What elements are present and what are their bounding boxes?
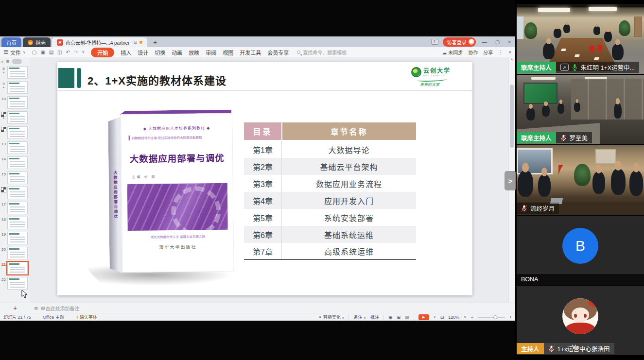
toolbar-caret-icon[interactable]: ∨ [82, 50, 85, 55]
slide-thumbnail-17[interactable]: 17 [0, 202, 30, 214]
notes-placeholder[interactable]: 单击此处添加备注 [40, 305, 79, 312]
thumbnail-preview[interactable] [7, 171, 28, 184]
fit-window-icon[interactable]: ⊡ [440, 315, 444, 320]
normal-view-icon[interactable]: ▣ [388, 315, 393, 320]
close-button[interactable]: × [506, 39, 513, 45]
save-icon[interactable]: ▣ [40, 50, 45, 55]
thumbnail-preview[interactable] [7, 96, 28, 109]
slide-thumbnail-22[interactable]: 22 [0, 277, 30, 290]
ribbon-tab-9[interactable]: 开发工具 [240, 49, 261, 56]
ribbon-tab-7[interactable]: 审阅 [206, 49, 216, 56]
ribbon-tab-1[interactable]: 开始 [91, 48, 114, 57]
collaborate-button[interactable]: 协作 [468, 49, 478, 56]
thumbnail-preview[interactable] [7, 277, 28, 290]
slide-thumbnail-13[interactable]: 13 [0, 141, 30, 154]
thumbnail-preview[interactable] [7, 247, 28, 259]
zoom-slider-knob[interactable] [493, 315, 497, 319]
print-icon[interactable]: ▤ [49, 50, 53, 55]
guest-login-button[interactable]: 访客登录 [443, 37, 476, 47]
book-publisher: 清华大学出版社 [122, 243, 234, 251]
command-search-input[interactable]: 查找命令、搜索模板 [297, 49, 347, 56]
thumbnail-preview[interactable] [7, 126, 28, 139]
panel-chevrons-icon[interactable]: » [1, 59, 3, 64]
comments-button[interactable]: 批注 [370, 314, 379, 320]
ribbon-tab-6[interactable]: 放映 [189, 49, 199, 56]
slide-sorter-icon[interactable]: ⊞ [397, 315, 401, 320]
ribbon-tab-10[interactable]: 会员专享 [267, 49, 289, 56]
thumbnail-preview[interactable] [7, 156, 28, 169]
zoom-in-button[interactable]: + [509, 315, 512, 320]
cloud-icon: ☁ [442, 50, 447, 55]
video-tile-5[interactable]: 主持人 1+x运营中心张浩田 ∨ [517, 286, 644, 355]
slide-thumbnail-21[interactable]: 21 [0, 262, 30, 274]
minimize-button[interactable]: — [480, 39, 489, 45]
redo-icon[interactable]: ↷ [74, 50, 78, 55]
thumbnail-preview[interactable] [7, 202, 28, 214]
ribbon-tab-2[interactable]: 插入 [121, 49, 131, 56]
slide-thumbnail-12[interactable] [0, 126, 30, 139]
slideshow-play-button[interactable]: ▶ [418, 314, 429, 320]
video-tile-1[interactable]: 联席主持人 ↗ 朱红明 1+X运营中... [517, 4, 644, 74]
cohost-badge: 联席主持人 [517, 132, 556, 143]
slide-thumbnail-19[interactable]: 19 [0, 232, 30, 244]
slide-thumbnail-16[interactable] [0, 187, 30, 199]
thumbnail-preview[interactable] [7, 66, 28, 79]
play-caret-icon[interactable]: ∨ [434, 315, 436, 319]
restore-button[interactable]: ▢ [493, 39, 502, 45]
slide-thumbnail-8[interactable]: 8✶ [0, 66, 30, 79]
file-menu[interactable]: ☰ 文件 ∨ [3, 49, 26, 56]
thumbnail-preview[interactable] [7, 217, 28, 229]
video-panel-collapse-handle[interactable]: > [505, 171, 516, 190]
video-tile-3[interactable]: 流经岁月 [517, 145, 644, 215]
video-tile-2[interactable]: 联席主持人 罗圣美 [517, 75, 644, 144]
missing-fonts-warning[interactable]: Ŧ 缺失字体 [76, 314, 97, 320]
zoom-out-button[interactable]: − [470, 315, 473, 320]
wps-docer-tab[interactable]: 稻壳 [23, 37, 51, 47]
participant-name: 朱红明 1+X运营中... [581, 63, 635, 72]
video-tile-4[interactable]: B BONA [517, 216, 644, 285]
slide-thumbnail-9[interactable]: 9✶ [0, 81, 30, 94]
sync-status[interactable]: ☁ 未同步 [442, 49, 463, 56]
new-file-icon[interactable]: ▢ [32, 50, 36, 55]
slide-canvas[interactable]: 2、1+X实施的教材体系建设 云创大学 edu.cstor.cn [57, 62, 472, 295]
slide-thumbnail-14[interactable]: 14 [0, 156, 30, 169]
ribbon-tab-8[interactable]: 视图 [223, 49, 233, 56]
undo-icon[interactable]: ↶ [66, 50, 70, 55]
smart-beautify-button[interactable]: ✦ 智能美化 ∨ [318, 314, 345, 320]
scroll-up-icon[interactable]: ▲ [510, 57, 514, 61]
ribbon-tab-4[interactable]: 切换 [155, 49, 165, 56]
slide-thumbnail-15[interactable]: 15 [0, 171, 30, 184]
ribbon-tab-5[interactable]: 动画 [172, 49, 182, 56]
zoom-caret-icon[interactable]: ∨ [464, 315, 466, 319]
wps-home-tab[interactable]: 首页 [1, 37, 21, 47]
slides-view-toggle[interactable] [12, 59, 22, 64]
search-placeholder: 查找命令、搜索模板 [303, 49, 347, 56]
slide-thumbnail-18[interactable]: 18 [0, 217, 30, 229]
slide-thumbnail-10[interactable]: 10 [0, 96, 30, 109]
print-preview-icon[interactable]: ◫ [57, 50, 62, 55]
slide-thumbnail-20[interactable]: 20 [0, 247, 30, 259]
zoom-level[interactable]: 120% [448, 315, 459, 320]
thumbnail-preview[interactable] [7, 81, 28, 94]
new-slide-button[interactable]: + [13, 304, 17, 312]
window-count-badge[interactable]: 1 [431, 39, 438, 45]
thumbnail-preview[interactable] [7, 111, 28, 124]
thumbnail-preview[interactable] [7, 141, 28, 154]
new-tab-button[interactable]: + [149, 38, 161, 47]
thumbnail-preview[interactable] [7, 262, 28, 274]
share-button[interactable]: 分享 [483, 49, 493, 56]
ribbon-tab-3[interactable]: 设计 [138, 49, 148, 56]
outline-view-icon[interactable]: ≣ [6, 59, 10, 64]
hide-videos-chevron-icon[interactable]: ∨ [571, 342, 577, 351]
reading-view-icon[interactable]: ▥ [405, 315, 409, 320]
scrollbar-thumb[interactable] [510, 85, 514, 148]
toc-chapter-number: 第1章 [244, 141, 282, 158]
document-tab[interactable]: P 南京云创-华博特—...4 partner ⊡ [52, 37, 147, 47]
thumbnail-preview[interactable] [7, 187, 28, 199]
zoom-slider[interactable] [478, 317, 505, 318]
notes-toggle-button[interactable]: 备注 ∨ [353, 314, 366, 320]
more-menu-icon[interactable]: ⋮ [498, 50, 503, 55]
collapse-ribbon-icon[interactable]: ∨ [508, 50, 511, 54]
slide-thumbnail-11[interactable]: ✶ [0, 111, 30, 124]
thumbnail-preview[interactable] [7, 232, 28, 244]
